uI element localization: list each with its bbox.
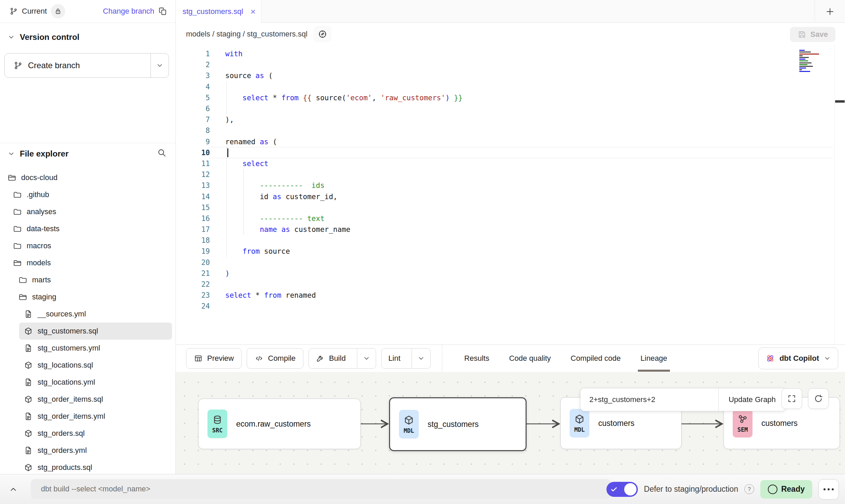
compile-button[interactable]: Compile — [247, 348, 303, 369]
help-icon[interactable]: ? — [744, 484, 754, 494]
file-tree-item-stg_order_items.sql[interactable]: stg_order_items.sql — [0, 391, 175, 408]
copy-icon[interactable] — [158, 7, 167, 16]
file-tree-item-macros[interactable]: macros — [0, 237, 175, 254]
file-tree-item-stg_orders.sql[interactable]: stg_orders.sql — [0, 425, 175, 442]
sidebar: Current Change branch Version control Cr… — [0, 0, 176, 474]
editor-line-12[interactable]: 12 — [176, 169, 845, 180]
editor-line-11[interactable]: 11 select — [176, 158, 845, 169]
editor-line-4[interactable]: 4 — [176, 81, 845, 92]
line-code: from source — [210, 247, 290, 255]
editor-line-21[interactable]: 21) — [176, 268, 845, 279]
fullscreen-button[interactable] — [782, 388, 802, 409]
editor-line-5[interactable]: 5 select * from {{ source('ecom', 'raw_c… — [176, 92, 845, 103]
dbt-copilot-button[interactable]: dbt Copilot — [758, 347, 838, 369]
version-control-header[interactable]: Version control — [0, 23, 175, 42]
copilot-compass-button[interactable] — [314, 26, 331, 42]
file-explorer-header[interactable]: File explorer — [0, 143, 175, 164]
folder-icon — [13, 207, 22, 216]
editor-line-22[interactable]: 22 — [176, 279, 845, 290]
build-label: Build — [329, 354, 346, 363]
file-tree-item-stg_customers.yml[interactable]: stg_customers.yml — [0, 340, 175, 357]
line-number: 11 — [176, 160, 210, 168]
update-graph-button[interactable]: Update Graph — [718, 388, 786, 411]
build-button[interactable]: Build — [309, 348, 376, 369]
build-dropdown[interactable] — [357, 349, 376, 368]
file-tree-item-stg_customers.sql[interactable]: stg_customers.sql — [19, 323, 172, 340]
table-icon — [194, 354, 203, 363]
editor-line-18[interactable]: 18 — [176, 235, 845, 246]
editor-minimap[interactable] — [797, 48, 837, 76]
editor-line-8[interactable]: 8 — [176, 125, 845, 136]
create-branch-main[interactable]: Create branch — [5, 54, 151, 77]
code-editor[interactable]: 1with23source as (45 select * from {{ so… — [176, 45, 845, 344]
editor-scrollbar[interactable] — [834, 45, 845, 344]
editor-line-2[interactable]: 2 — [176, 59, 845, 70]
command-input[interactable]: dbt build --select <model_name> — [31, 479, 611, 499]
lineage-node-ecom.raw_customers[interactable]: SRCecom.raw_customers — [198, 399, 361, 449]
lineage-node-stg_customers[interactable]: MDLstg_customers — [389, 397, 527, 451]
editor-line-14[interactable]: 14 id as customer_id, — [176, 191, 845, 202]
lint-main[interactable]: Lint — [382, 349, 407, 368]
file-tree-item-stg_locations.yml[interactable]: stg_locations.yml — [0, 374, 175, 391]
editor-line-3[interactable]: 3source as ( — [176, 70, 845, 81]
new-tab-button[interactable] — [815, 0, 845, 23]
editor-line-24[interactable]: 24 — [176, 301, 845, 312]
cube-icon — [24, 395, 33, 404]
file-tree-item-analyses[interactable]: analyses — [0, 203, 175, 220]
more-options-button[interactable] — [818, 479, 839, 500]
search-icon[interactable] — [157, 148, 167, 158]
editor-line-23[interactable]: 23select * from renamed — [176, 290, 845, 301]
file-tree-item-marts[interactable]: marts — [0, 271, 175, 288]
editor-line-16[interactable]: 16 ---------- text — [176, 213, 845, 224]
tab-stg-customers-sql[interactable]: stg_customers.sql × — [176, 0, 261, 23]
folder-open-icon — [18, 293, 27, 301]
lint-dropdown[interactable] — [412, 349, 430, 368]
node-badge-label: MDL — [404, 427, 414, 434]
editor-line-13[interactable]: 13 ---------- ids — [176, 180, 845, 191]
file-tree-item-stg_orders.yml[interactable]: stg_orders.yml — [0, 442, 175, 459]
line-code: name as customer_name — [210, 225, 350, 234]
node-label: customers — [761, 419, 798, 428]
file-tree-item-stg_order_items.yml[interactable]: stg_order_items.yml — [0, 408, 175, 425]
close-icon[interactable]: × — [250, 7, 256, 16]
tab-compiled-code[interactable]: Compiled code — [571, 351, 621, 366]
change-branch-link[interactable]: Change branch — [103, 7, 154, 16]
file-tree-item-stg_locations.sql[interactable]: stg_locations.sql — [0, 357, 175, 374]
defer-toggle[interactable] — [606, 482, 638, 497]
editor-line-17[interactable]: 17 name as customer_name — [176, 224, 845, 235]
lineage-canvas[interactable]: SRCecom.raw_customersMDLstg_customersMDL… — [176, 372, 845, 474]
file-tree-item-models[interactable]: models — [0, 254, 175, 271]
file-tree-item-docs-cloud[interactable]: docs-cloud — [0, 169, 175, 186]
file-tree-item-stg_products.sql[interactable]: stg_products.sql — [0, 459, 175, 474]
editor-line-7[interactable]: 7), — [176, 114, 845, 125]
ready-status-button[interactable]: Ready — [760, 480, 812, 499]
save-button[interactable]: Save — [790, 27, 835, 42]
lint-button[interactable]: Lint — [381, 348, 431, 369]
editor-line-20[interactable]: 20 — [176, 257, 845, 268]
node-badge-SEM: SEM — [733, 409, 753, 438]
editor-line-19[interactable]: 19 from source — [176, 246, 845, 257]
chevron-up-icon[interactable] — [9, 485, 18, 494]
file-tree-item-.github[interactable]: .github — [0, 186, 175, 203]
tab-results[interactable]: Results — [464, 351, 489, 366]
editor-line-9[interactable]: 9renamed as ( — [176, 136, 845, 147]
file-tree-item-__sources.yml[interactable]: __sources.yml — [0, 306, 175, 323]
build-main[interactable]: Build — [309, 349, 353, 368]
line-code: source as ( — [210, 72, 273, 80]
file-tree-item-data-tests[interactable]: data-tests — [0, 220, 175, 237]
refresh-button[interactable] — [808, 388, 829, 409]
lineage-selector-input[interactable]: 2+stg_customers+2 — [580, 388, 718, 411]
chevron-down-icon — [363, 355, 370, 362]
tab-lineage[interactable]: Lineage — [641, 351, 667, 366]
editor-line-15[interactable]: 15 — [176, 202, 845, 213]
editor-line-10[interactable]: 10 — [176, 147, 845, 158]
status-circle-icon — [768, 485, 777, 494]
create-branch-dropdown[interactable] — [151, 54, 169, 77]
editor-line-1[interactable]: 1with — [176, 48, 845, 59]
file-tree-item-staging[interactable]: staging — [0, 288, 175, 306]
editor-line-6[interactable]: 6 — [176, 103, 845, 114]
create-branch-button[interactable]: Create branch — [4, 53, 169, 78]
preview-button[interactable]: Preview — [186, 348, 242, 369]
tab-code-quality[interactable]: Code quality — [509, 351, 551, 366]
scrollbar-thumb[interactable] — [835, 100, 845, 103]
